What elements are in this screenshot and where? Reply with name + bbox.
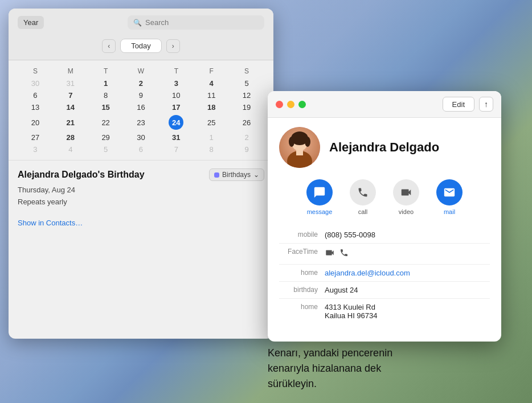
calendar-day[interactable]: 7 — [158, 143, 194, 155]
calendar-day[interactable]: 28 — [53, 131, 88, 143]
calendar-day[interactable]: 1 — [88, 77, 124, 89]
share-button[interactable]: ↑ — [479, 97, 493, 112]
next-month-button[interactable]: › — [166, 39, 180, 53]
minimize-button[interactable] — [287, 101, 294, 108]
prev-month-button[interactable]: ‹ — [102, 39, 116, 53]
calendar-week-row-5: 3456789 — [18, 143, 264, 155]
show-contacts-link[interactable]: Show in Contacts… — [18, 219, 83, 227]
calendar-day[interactable]: 19 — [229, 101, 264, 113]
calendar-day[interactable]: 5 — [88, 143, 124, 155]
calendar-day[interactable]: 11 — [194, 89, 229, 101]
year-button[interactable]: Year — [18, 16, 44, 29]
calendar-day[interactable]: 18 — [194, 101, 229, 113]
calendar-day[interactable]: 23 — [124, 113, 159, 131]
calendar-day[interactable]: 9 — [229, 143, 264, 155]
calendar-day[interactable]: 12 — [229, 89, 264, 101]
calendar-day[interactable]: 3 — [158, 77, 194, 89]
calendar-day[interactable]: 30 — [18, 77, 53, 89]
calendar-day[interactable]: 4 — [194, 77, 229, 89]
calendar-day[interactable]: 27 — [18, 131, 53, 143]
mail-action[interactable]: mail — [436, 179, 463, 215]
traffic-lights — [276, 101, 306, 108]
bottom-line3: sürükleyin. — [268, 376, 392, 392]
birthday-badge-dot — [214, 172, 219, 178]
edit-button[interactable]: Edit — [443, 97, 474, 112]
calendar-day[interactable]: 2 — [124, 77, 159, 89]
calendar-day[interactable]: 17 — [158, 101, 194, 113]
home-email-value[interactable]: alejandra.del@icloud.com — [325, 265, 490, 282]
contact-name: Alejandra Delgado — [329, 140, 439, 155]
calendar-day[interactable]: 14 — [53, 101, 88, 113]
calendar-titlebar: Year 🔍 ‹ Today › — [9, 9, 273, 60]
weekday-mon: M — [53, 65, 88, 77]
facetime-icons — [325, 248, 490, 260]
calendar-day[interactable]: 3 — [18, 143, 53, 155]
calendar-day[interactable]: 6 — [124, 143, 159, 155]
avatar-svg — [279, 127, 320, 168]
call-icon — [350, 179, 376, 205]
video-label: video — [399, 208, 414, 215]
facetime-value — [325, 244, 490, 265]
calendar-day[interactable]: 24 — [158, 113, 194, 131]
calendar-day[interactable]: 6 — [18, 89, 53, 101]
calendar-day[interactable]: 1 — [194, 131, 229, 143]
search-input[interactable] — [145, 18, 259, 27]
svg-rect-6 — [296, 150, 303, 155]
birthday-label: birthday — [279, 282, 325, 299]
event-meta: Thursday, Aug 24 Repeats yearly — [18, 184, 264, 208]
facetime-row: FaceTime — [279, 244, 490, 265]
facetime-label: FaceTime — [279, 244, 325, 265]
calendar-day[interactable]: 30 — [124, 131, 159, 143]
calendar-day[interactable]: 16 — [124, 101, 159, 113]
close-button[interactable] — [276, 101, 283, 108]
message-action[interactable]: message — [306, 179, 333, 215]
call-action[interactable]: call — [350, 179, 376, 215]
calendar-day[interactable]: 25 — [194, 113, 229, 131]
calendar-day[interactable]: 31 — [158, 131, 194, 143]
event-title: Alejandra Delgado's Birthday — [18, 170, 145, 180]
weekday-sat: S — [229, 65, 264, 77]
mail-label: mail — [444, 208, 455, 215]
birthdays-label: Birthdays — [222, 171, 251, 179]
calendar-nav: ‹ Today › — [18, 34, 264, 55]
calendar-day[interactable]: 8 — [88, 89, 124, 101]
calendar-day[interactable]: 9 — [124, 89, 159, 101]
calendar-grid: S M T W T F S 30311234567891011121314151… — [18, 65, 264, 155]
calendar-window: Year 🔍 ‹ Today › S M T W T F S — [9, 9, 273, 339]
weekday-wed: W — [124, 65, 159, 77]
calendar-day[interactable]: 8 — [194, 143, 229, 155]
contact-details: mobile (808) 555-0098 FaceTime — [279, 227, 490, 324]
calendar-day[interactable]: 22 — [88, 113, 124, 131]
calendar-day[interactable]: 26 — [229, 113, 264, 131]
calendar-week-row-3: 20212223242526 — [18, 113, 264, 131]
birthday-value: August 24 — [325, 282, 490, 299]
birthday-row: birthday August 24 — [279, 282, 490, 299]
calendar-day[interactable]: 5 — [229, 77, 264, 89]
facetime-video-icon[interactable] — [325, 248, 335, 260]
contact-body: Alejandra Delgado message call video — [268, 118, 501, 333]
calendar-day[interactable]: 20 — [18, 113, 53, 131]
calendar-day[interactable]: 15 — [88, 101, 124, 113]
maximize-button[interactable] — [298, 101, 306, 108]
facetime-phone-icon[interactable] — [339, 248, 349, 260]
calendar-day[interactable]: 10 — [158, 89, 194, 101]
video-action[interactable]: video — [393, 179, 419, 215]
mobile-value[interactable]: (808) 555-0098 — [325, 227, 490, 244]
weekday-sun: S — [18, 65, 53, 77]
calendar-day[interactable]: 13 — [18, 101, 53, 113]
event-detail: Alejandra Delgado's Birthday Birthdays ⌄… — [9, 160, 273, 236]
calendar-day[interactable]: 2 — [229, 131, 264, 143]
calendar-day[interactable]: 21 — [53, 113, 88, 131]
calendar-top-row: Year 🔍 — [18, 15, 264, 30]
action-buttons: message call video mail — [279, 179, 490, 215]
home-email-label: home — [279, 265, 325, 282]
calendar-day[interactable]: 4 — [53, 143, 88, 155]
home-address-row: home 4313 Kuulei RdKailua HI 96734 — [279, 299, 490, 324]
video-icon — [393, 179, 419, 205]
birthdays-badge[interactable]: Birthdays ⌄ — [209, 168, 264, 181]
event-date: Thursday, Aug 24 — [18, 184, 264, 196]
calendar-day[interactable]: 29 — [88, 131, 124, 143]
calendar-day[interactable]: 7 — [53, 89, 88, 101]
today-button[interactable]: Today — [120, 39, 162, 53]
calendar-day[interactable]: 31 — [53, 77, 88, 89]
